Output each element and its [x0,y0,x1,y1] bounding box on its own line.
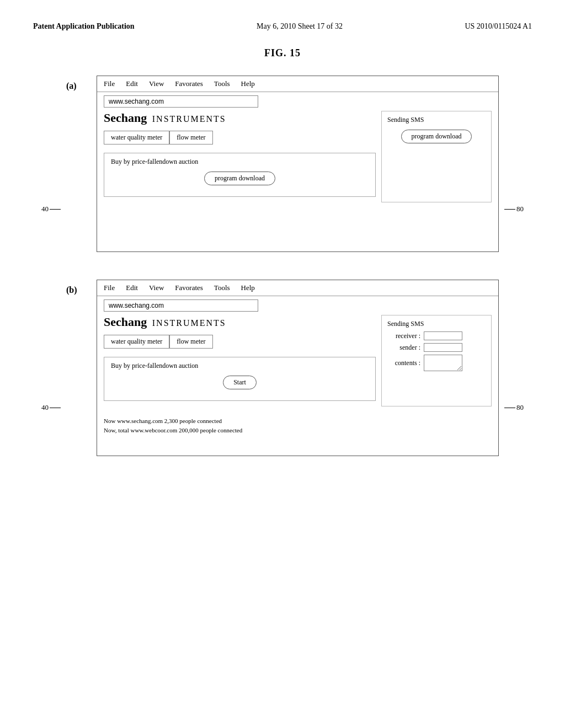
menu-file-a[interactable]: File [104,79,115,88]
addressbar-b [97,296,498,315]
menu-help-b[interactable]: Help [241,283,255,292]
receiver-label: receiver : [387,332,420,340]
address-input-a[interactable] [104,95,258,108]
right-button-a[interactable]: program download [401,130,472,143]
diagram-a: (a) File Edit View Favorates Tools Help [66,76,499,252]
right-content-a: Sending SMS program download [381,111,492,202]
sender-label: sender : [387,344,420,352]
browser-inner-a: Sechang INSTRUMENTS water quality meter … [97,111,498,209]
form-row-sender: sender : [387,343,486,352]
diagram-b: (b) File Edit View Favorates Tools Help [66,280,499,456]
left-content-b: Sechang INSTRUMENTS water quality meter … [104,315,376,406]
left-section-box-b: Buy by price-fallendown auction Start [104,357,376,401]
annotation-left-b: 40 [41,403,61,412]
form-row-receiver: receiver : [387,331,486,340]
annotation-line-left-b [50,408,61,408]
menu-view-b[interactable]: View [149,283,164,292]
left-section-box-a: Buy by price-fallendown auction program … [104,153,376,197]
patent-header-middle: May 6, 2010 Sheet 17 of 32 [257,22,343,31]
diagram-b-label: (b) [66,285,88,295]
tab-water-quality-a[interactable]: water quality meter [104,131,169,144]
tab-flow-meter-a[interactable]: flow meter [169,131,212,144]
menu-help-a[interactable]: Help [241,79,255,88]
site-brand-b: Sechang [104,315,147,329]
patent-header-right: US 2010/0115024 A1 [465,22,532,31]
right-content-b: Sending SMS receiver : sender : contents… [381,315,492,406]
site-instruments-a: INSTRUMENTS [152,114,226,124]
tab-water-quality-b[interactable]: water quality meter [104,335,169,349]
site-instruments-b: INSTRUMENTS [152,318,226,328]
site-brand-a: Sechang [104,111,147,125]
status-bar-b: Now www.sechang.com 2,300 people connect… [97,413,498,440]
sms-form-b: receiver : sender : contents : [387,331,486,371]
menu-favorates-a[interactable]: Favorates [175,79,203,88]
left-button-b[interactable]: Start [223,376,257,389]
figure-title: FIG. 15 [33,47,532,59]
menu-edit-a[interactable]: Edit [126,79,138,88]
annotation-left-a: 40 [41,205,61,213]
sender-input[interactable] [424,343,462,352]
form-row-contents: contents : [387,355,486,371]
left-section-label-b: Buy by price-fallendown auction [111,362,369,370]
site-title-a: Sechang INSTRUMENTS [104,111,376,125]
annotation-line-left-a [50,209,61,210]
receiver-input[interactable] [424,331,462,340]
annotation-right-a: 80 [504,205,524,213]
addressbar-a [97,92,498,111]
annotation-right-b: 80 [504,403,524,412]
status-line2: Now, total www.webcoor.com 200,000 peopl… [104,426,492,435]
left-section-label-a: Buy by price-fallendown auction [111,158,369,166]
left-content-a: Sechang INSTRUMENTS water quality meter … [104,111,376,202]
address-input-b[interactable] [104,299,258,312]
sms-title-b: Sending SMS [387,320,486,328]
status-line1: Now www.sechang.com 2,300 people connect… [104,416,492,426]
patent-header: Patent Application Publication May 6, 20… [33,22,532,31]
sms-title-a: Sending SMS [387,116,486,124]
menu-favorates-b[interactable]: Favorates [175,283,203,292]
site-title-b: Sechang INSTRUMENTS [104,315,376,329]
product-tabs-b: water quality meter flow meter [104,335,376,349]
menu-file-b[interactable]: File [104,283,115,292]
annotation-line-right-b [504,408,515,408]
menu-edit-b[interactable]: Edit [126,283,138,292]
contents-label: contents : [387,359,420,367]
tab-flow-meter-b[interactable]: flow meter [169,335,212,349]
annotation-line-right-a [504,209,515,210]
menu-tools-b[interactable]: Tools [214,283,230,292]
product-tabs-a: water quality meter flow meter [104,131,376,144]
browser-frame-b: File Edit View Favorates Tools Help Sech… [97,280,499,456]
page: Patent Application Publication May 6, 20… [0,0,565,728]
browser-frame-a: File Edit View Favorates Tools Help Sech… [97,76,499,252]
menu-tools-a[interactable]: Tools [214,79,230,88]
menubar-a: File Edit View Favorates Tools Help [97,76,498,92]
menu-view-a[interactable]: View [149,79,164,88]
left-button-a[interactable]: program download [204,172,275,185]
contents-textarea[interactable] [424,355,462,371]
menubar-b: File Edit View Favorates Tools Help [97,280,498,296]
browser-inner-b: Sechang INSTRUMENTS water quality meter … [97,315,498,413]
patent-header-left: Patent Application Publication [33,22,135,31]
diagram-a-label: (a) [66,81,88,91]
spacer-a [97,209,498,242]
